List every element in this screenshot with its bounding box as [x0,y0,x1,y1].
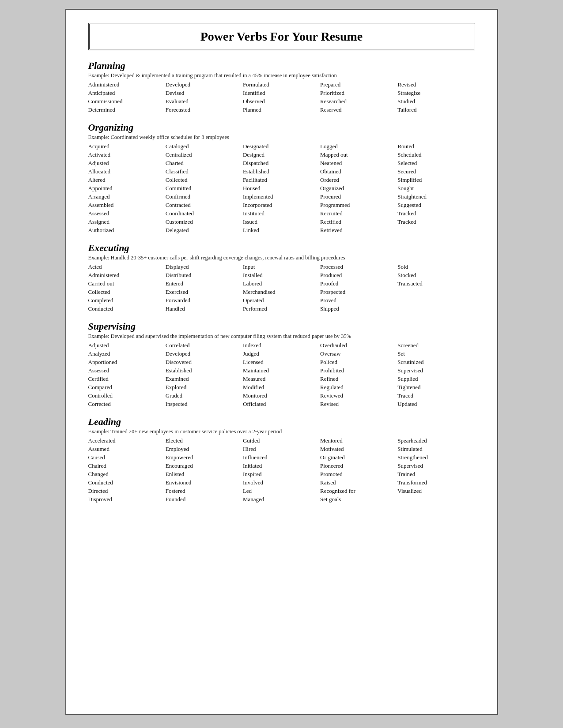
verb-cell: Logged [320,143,397,150]
verb-cell: Conducted [88,305,166,313]
verb-cell: Contracted [166,201,243,209]
verb-cell: Originated [320,454,397,462]
verb-cell: Licensed [243,358,320,366]
verb-cell: Studied [397,98,475,105]
verb-cell: Tracked [397,218,475,226]
verb-cell: Chaired [88,462,166,470]
verb-cell: Customized [166,218,243,226]
verb-cell: Facilitated [243,176,320,184]
verb-cell: Suggested [397,201,475,209]
verb-cell: Collected [166,176,243,184]
verb-cell: Classified [166,168,243,176]
verb-cell: Mapped out [320,151,397,159]
verb-cell: Planned [243,106,320,114]
planning-heading: Planning [88,60,475,71]
verb-cell: Cataloged [166,143,243,150]
verb-cell: Assessed [88,367,166,375]
verb-cell: Prohibited [320,367,397,375]
verb-cell: Empowered [166,454,243,462]
verb-cell: Sought [397,184,475,192]
verb-cell: Traced [397,392,475,400]
verb-cell: Adjusted [88,159,166,167]
verb-cell: Authorized [88,226,166,234]
verb-cell: Allocated [88,168,166,176]
verb-cell: Sold [397,263,475,271]
verb-cell: Assumed [88,445,166,453]
verb-cell: Managed [243,495,320,503]
leading-example: Example: Trained 20+ new employees in cu… [88,428,475,435]
verb-cell: Prioritized [320,89,397,97]
verb-cell: Examined [166,375,243,383]
verb-cell: Inspected [166,400,243,408]
verb-cell: Assessed [88,210,166,218]
verb-cell: Adjusted [88,341,166,349]
verb-cell: Strengthened [397,454,475,462]
verb-cell: Forecasted [166,106,243,114]
verb-cell: Labored [243,280,320,288]
verb-cell: Altered [88,176,166,184]
verb-cell: Updated [397,400,475,408]
verb-cell [397,495,475,503]
verb-cell: Conducted [88,479,166,487]
organizing-heading: Organizing [88,122,475,133]
verb-cell: Retrieved [320,226,397,234]
verb-cell: Displayed [166,263,243,271]
verb-cell: Involved [243,479,320,487]
verb-cell: Supplied [397,375,475,383]
section-supervising: SupervisingExample: Developed and superv… [88,321,475,408]
verb-cell: Commissioned [88,98,166,105]
verb-cell: Monitored [243,392,320,400]
verb-cell: Assigned [88,218,166,226]
verb-cell: Accelerated [88,437,166,445]
verb-cell: Oversaw [320,350,397,358]
verb-cell: Guided [243,437,320,445]
verb-cell [397,288,475,296]
verb-cell: Envisioned [166,479,243,487]
verb-cell: Programmed [320,201,397,209]
verb-cell: Maintained [243,367,320,375]
verb-cell: Fostered [166,487,243,495]
verb-cell: Mentored [320,437,397,445]
verb-cell: Designed [243,151,320,159]
verb-cell: Elected [166,437,243,445]
verb-cell: Dispatched [243,159,320,167]
verb-cell: Initiated [243,462,320,470]
supervising-heading: Supervising [88,321,475,332]
verb-cell: Neatened [320,159,397,167]
verb-cell: Screened [397,341,475,349]
verb-cell: Recognized for [320,487,397,495]
verb-cell: Officiated [243,400,320,408]
executing-example: Example: Handled 20-35+ customer calls p… [88,255,475,261]
verb-cell: Certified [88,375,166,383]
verb-cell: Obtained [320,168,397,176]
verb-cell: Led [243,487,320,495]
verb-cell: Influenced [243,454,320,462]
verb-cell: Directed [88,487,166,495]
verb-cell: Determined [88,106,166,114]
planning-example: Example: Developed & implemented a train… [88,72,475,79]
supervising-verb-grid: AdjustedCorrelatedIndexedOverhauledScree… [88,341,475,408]
verb-cell: Established [166,367,243,375]
verb-cell: Acquired [88,143,166,150]
verb-cell: Promoted [320,470,397,478]
page-title: Power Verbs For Your Resume [88,23,475,50]
verb-cell [397,305,475,313]
verb-cell: Delegated [166,226,243,234]
verb-cell: Revised [320,400,397,408]
verb-cell: Discovered [166,358,243,366]
verb-cell: Issued [243,218,320,226]
verb-cell: Regulated [320,383,397,391]
verb-cell: Tightened [397,383,475,391]
verb-cell: Compared [88,383,166,391]
verb-cell: Trained [397,470,475,478]
section-executing: ExecutingExample: Handled 20-35+ custome… [88,242,475,313]
verb-cell: Assembled [88,201,166,209]
verb-cell: Organized [320,184,397,192]
verb-cell: Judged [243,350,320,358]
verb-cell: Centralized [166,151,243,159]
verb-cell: Indexed [243,341,320,349]
verb-cell: Secured [397,168,475,176]
verb-cell: Spearheaded [397,437,475,445]
verb-cell: Administered [88,81,166,89]
verb-cell: Ordered [320,176,397,184]
